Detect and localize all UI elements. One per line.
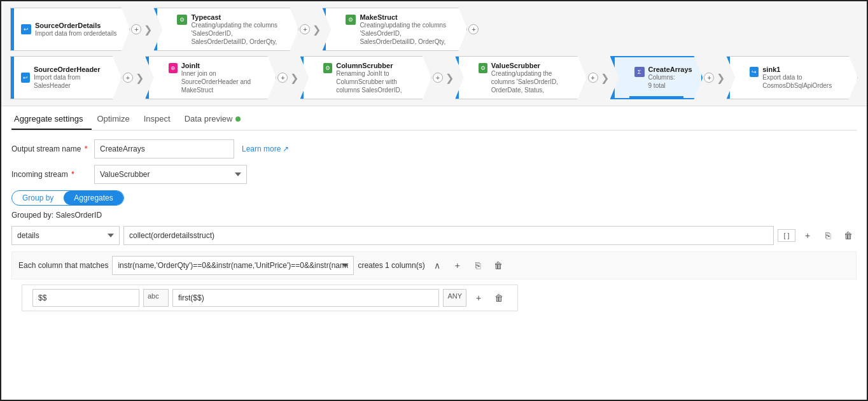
sub-row-1: abc ANY + 🗑 bbox=[22, 285, 518, 311]
node-title: SourceOrderHeader bbox=[34, 66, 108, 73]
copy-each-column-btn[interactable]: ⎘ bbox=[470, 257, 486, 274]
node-makestruct[interactable]: ⚙ MakeStruct Creating/updating the colum… bbox=[322, 8, 467, 51]
delete-each-column-btn[interactable]: 🗑 bbox=[490, 257, 507, 274]
arrow-connector: ❯ bbox=[312, 24, 321, 36]
learn-more-link[interactable]: Learn more ↗ bbox=[242, 144, 289, 153]
add-after-createarrays[interactable]: + bbox=[704, 73, 714, 83]
sub-col-expr-input[interactable] bbox=[172, 289, 439, 307]
arrow-connector: ❯ bbox=[445, 72, 454, 84]
node-desc: Export data to CosmosDbSqlApiOrders bbox=[762, 73, 839, 90]
pipeline-row-2: ↩ SourceOrderHeader Import data from Sal… bbox=[10, 56, 858, 99]
transform-icon: ⊕ bbox=[169, 63, 178, 73]
aggregates-toggle[interactable]: Aggregates bbox=[64, 191, 123, 205]
data-preview-dot bbox=[235, 116, 241, 122]
arrow-connector: ❯ bbox=[136, 72, 144, 84]
node-column-scrubber[interactable]: ⚙ ColumnScrubber Renaming JoinIt to Colu… bbox=[300, 56, 431, 99]
source-icon: ↩ bbox=[21, 24, 31, 34]
add-aggregate-btn[interactable]: + bbox=[799, 227, 816, 244]
pipeline-canvas: ↩ SourceOrderDetails Import data from or… bbox=[1, 1, 867, 106]
node-title: SourceOrderDetails bbox=[35, 22, 116, 29]
tabs-bar: Aggregate settings Optimize Inspect Data… bbox=[11, 106, 857, 130]
grouped-by-label: Grouped by: SalesOrderID bbox=[11, 211, 857, 220]
node-title: MakeStruct bbox=[360, 13, 449, 21]
each-column-expr-select[interactable]: instr(name,'OrderQty')==0&&instr(name,'U… bbox=[112, 256, 354, 275]
output-stream-input[interactable] bbox=[94, 139, 234, 158]
arrow-connector: ❯ bbox=[290, 72, 298, 84]
tab-data-preview[interactable]: Data preview bbox=[182, 110, 249, 130]
settings-panel: Aggregate settings Optimize Inspect Data… bbox=[1, 106, 867, 321]
aggregate-row-1: details [ ] + ⎘ 🗑 bbox=[11, 226, 857, 245]
node-desc: Renaming JoinIt to ColumnScrubber with c… bbox=[336, 69, 413, 94]
add-after-joinit[interactable]: + bbox=[277, 73, 288, 83]
node-title: ColumnScrubber bbox=[336, 62, 413, 69]
node-title: CreateArrays bbox=[648, 66, 692, 73]
node-desc: Creating/updating the columns 'SalesOrde… bbox=[360, 21, 449, 45]
node-source-order-details[interactable]: ↩ SourceOrderDetails Import data from or… bbox=[10, 8, 130, 51]
collapse-each-column-btn[interactable]: ∧ bbox=[429, 257, 445, 274]
node-sink1[interactable]: ↪ sink1 Export data to CosmosDbSqlApiOrd… bbox=[726, 56, 858, 99]
delete-sub-row-btn[interactable]: 🗑 bbox=[491, 290, 507, 306]
agg-expression-input[interactable] bbox=[123, 226, 774, 245]
add-after-valuescrubber[interactable]: + bbox=[588, 73, 598, 83]
add-after-source1[interactable]: + bbox=[131, 24, 141, 34]
incoming-stream-row: Incoming stream * ValueScrubber bbox=[11, 165, 857, 184]
node-title: ValueScrubber bbox=[491, 62, 568, 69]
node-desc: Creating/updating the columns 'SalesOrde… bbox=[191, 21, 280, 45]
transform-icon: ⚙ bbox=[177, 15, 187, 25]
add-each-column-btn[interactable]: + bbox=[449, 257, 466, 274]
node-value-scrubber[interactable]: ⚙ ValueScrubber Creating/updating the co… bbox=[455, 56, 587, 99]
sink-icon: ↪ bbox=[750, 67, 759, 77]
transform-icon: ⚙ bbox=[323, 63, 332, 73]
add-after-makestruct[interactable]: + bbox=[468, 24, 479, 34]
arrow-connector: ❯ bbox=[717, 72, 725, 84]
tab-optimize[interactable]: Optimize bbox=[94, 110, 138, 130]
aggregate-icon: Σ bbox=[634, 67, 645, 77]
group-by-toggle[interactable]: Group by bbox=[12, 191, 64, 205]
required-star: * bbox=[82, 144, 87, 153]
add-after-source2[interactable]: + bbox=[123, 73, 133, 83]
node-desc: Inner join on SourceOrderHeader and Make… bbox=[181, 69, 258, 94]
node-title: sink1 bbox=[762, 66, 839, 73]
node-title: JoinIt bbox=[181, 62, 258, 69]
sub-col-type-badge: abc bbox=[143, 289, 169, 307]
arrow-connector: ❯ bbox=[601, 72, 609, 84]
node-desc: Columns:9 total bbox=[648, 73, 692, 90]
node-desc: Creating/updating the columns 'SalesOrde… bbox=[491, 69, 568, 94]
add-sub-row-btn[interactable]: + bbox=[470, 290, 487, 306]
external-link-icon: ↗ bbox=[283, 144, 289, 153]
transform-icon: ⚙ bbox=[479, 63, 487, 73]
toggle-group: Group by Aggregates bbox=[11, 190, 124, 206]
required-star: * bbox=[69, 170, 74, 179]
creates-label: creates 1 column(s) bbox=[358, 261, 424, 270]
toggle-row: Group by Aggregates bbox=[11, 190, 857, 206]
node-create-arrays[interactable]: Σ CreateArrays Columns:9 total bbox=[610, 56, 703, 99]
agg-type-badge: [ ] bbox=[778, 229, 795, 242]
copy-aggregate-btn[interactable]: ⎘ bbox=[820, 227, 836, 244]
incoming-stream-select[interactable]: ValueScrubber bbox=[94, 165, 247, 184]
agg-column-select[interactable]: details bbox=[11, 226, 120, 245]
pipeline-row-1: ↩ SourceOrderDetails Import data from or… bbox=[10, 8, 858, 51]
tab-aggregate-settings[interactable]: Aggregate settings bbox=[11, 110, 92, 130]
transform-icon: ⚙ bbox=[346, 15, 356, 25]
arrow-connector: ❯ bbox=[144, 24, 152, 36]
node-desc: Import data from SalesHeader bbox=[34, 73, 108, 90]
incoming-stream-label: Incoming stream * bbox=[11, 170, 94, 179]
sub-col-any-badge: ANY bbox=[443, 289, 466, 307]
add-after-typecast[interactable]: + bbox=[300, 24, 310, 34]
each-column-row: Each column that matches instr(name,'Ord… bbox=[11, 251, 857, 279]
add-after-columnscrubber[interactable]: + bbox=[433, 73, 443, 83]
node-title: Typecast bbox=[191, 13, 280, 21]
each-column-label: Each column that matches bbox=[18, 261, 108, 270]
output-stream-row: Output stream name * Learn more ↗ bbox=[11, 139, 857, 158]
delete-aggregate-btn[interactable]: 🗑 bbox=[840, 227, 857, 244]
node-typecast[interactable]: ⚙ Typecast Creating/updating the columns… bbox=[153, 8, 298, 51]
node-joinit[interactable]: ⊕ JoinIt Inner join on SourceOrderHeader… bbox=[145, 56, 277, 99]
tab-inspect[interactable]: Inspect bbox=[141, 110, 179, 130]
output-stream-label: Output stream name * bbox=[11, 144, 94, 153]
node-desc: Import data from orderdetails bbox=[35, 29, 116, 38]
sub-col-name-input[interactable] bbox=[32, 289, 139, 307]
node-source-order-header[interactable]: ↩ SourceOrderHeader Import data from Sal… bbox=[10, 56, 122, 99]
source-icon: ↩ bbox=[21, 73, 30, 83]
